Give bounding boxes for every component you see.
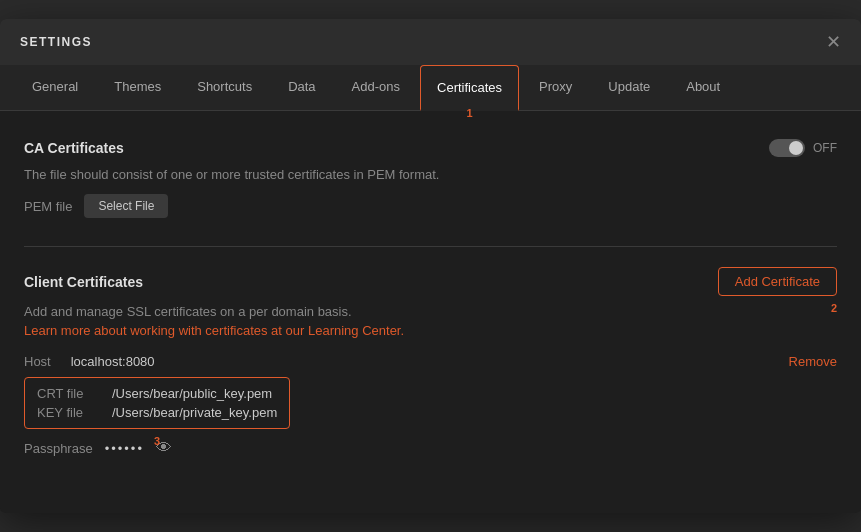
files-box: CRT file /Users/bear/public_key.pem KEY … (24, 377, 290, 429)
pem-row: PEM file Select File (24, 194, 837, 218)
ca-description: The file should consist of one or more t… (24, 167, 837, 182)
crt-path: /Users/bear/public_key.pem (112, 386, 272, 401)
key-label: KEY file (37, 405, 92, 420)
client-section-title: Client Certificates (24, 274, 143, 290)
tab-about[interactable]: About (670, 65, 736, 110)
ca-toggle[interactable] (769, 139, 805, 157)
tab-add-ons[interactable]: Add-ons (336, 65, 416, 110)
add-cert-badge: 2 (831, 302, 837, 314)
settings-window: SETTINGS ✕ General Themes Shortcuts Data… (0, 19, 861, 513)
close-button[interactable]: ✕ (826, 33, 841, 51)
passphrase-value: •••••• (105, 441, 144, 456)
tab-proxy[interactable]: Proxy (523, 65, 588, 110)
add-certificate-button[interactable]: Add Certificate (718, 267, 837, 296)
content-area: CA Certificates OFF The file should cons… (0, 111, 861, 513)
ca-section-title: CA Certificates (24, 140, 124, 156)
client-description: Add and manage SSL certificates on a per… (24, 304, 837, 319)
files-box-wrapper: CRT file /Users/bear/public_key.pem KEY … (24, 375, 290, 429)
tab-update[interactable]: Update (592, 65, 666, 110)
host-row: Host localhost:8080 Remove (24, 354, 837, 369)
tab-themes[interactable]: Themes (98, 65, 177, 110)
select-file-button[interactable]: Select File (84, 194, 168, 218)
window-title: SETTINGS (20, 35, 92, 49)
tab-certificates[interactable]: Certificates 1 (420, 65, 519, 111)
section-divider (24, 246, 837, 247)
remove-button[interactable]: Remove (789, 354, 837, 369)
passphrase-row: Passphrase •••••• 👁 (24, 439, 837, 457)
learn-more-link[interactable]: Learn more about working with certificat… (24, 323, 837, 338)
add-cert-wrapper: Add Certificate 2 (718, 267, 837, 296)
tab-data[interactable]: Data (272, 65, 331, 110)
tab-badge: 1 (466, 107, 472, 119)
passphrase-label: Passphrase (24, 441, 93, 456)
pem-label: PEM file (24, 199, 72, 214)
title-bar: SETTINGS ✕ (0, 19, 861, 65)
ca-toggle-label: OFF (813, 141, 837, 155)
nav-tabs: General Themes Shortcuts Data Add-ons Ce… (0, 65, 861, 111)
ca-certificates-section: CA Certificates OFF The file should cons… (24, 139, 837, 218)
client-certificates-section: Client Certificates Add Certificate 2 Ad… (24, 267, 837, 457)
ca-section-header: CA Certificates OFF (24, 139, 837, 157)
tab-shortcuts[interactable]: Shortcuts (181, 65, 268, 110)
certificate-entry: Host localhost:8080 Remove CRT file /Use… (24, 354, 837, 457)
key-path: /Users/bear/private_key.pem (112, 405, 277, 420)
host-info: Host localhost:8080 (24, 354, 155, 369)
files-badge: 3 (154, 435, 160, 447)
host-label: Host (24, 354, 51, 369)
ca-toggle-row: OFF (769, 139, 837, 157)
key-file-row: KEY file /Users/bear/private_key.pem (37, 405, 277, 420)
tab-general[interactable]: General (16, 65, 94, 110)
crt-file-row: CRT file /Users/bear/public_key.pem (37, 386, 277, 401)
crt-label: CRT file (37, 386, 92, 401)
host-value: localhost:8080 (71, 354, 155, 369)
client-section-header: Client Certificates Add Certificate 2 (24, 267, 837, 296)
